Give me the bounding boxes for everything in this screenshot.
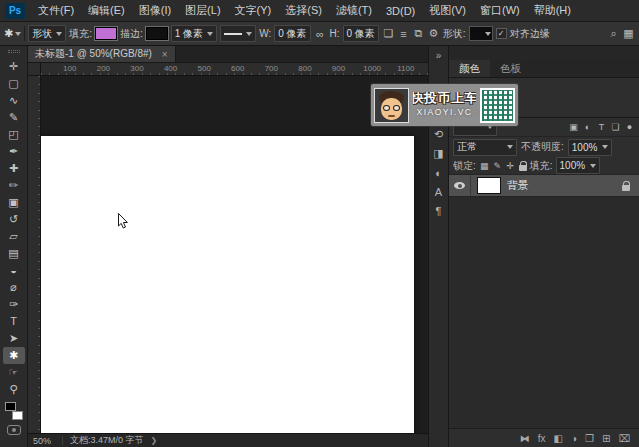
filter-type-layers-icon[interactable]: T [596, 122, 607, 132]
tab-color[interactable]: 颜色 [449, 60, 490, 77]
link-layers-icon[interactable]: ⧓ [520, 433, 530, 444]
chevron-down-icon [246, 32, 252, 36]
expand-panels-icon[interactable]: » [436, 49, 442, 63]
status-options-chevron-icon[interactable]: ❯ [151, 436, 158, 445]
path-operations-icon[interactable]: ❏ [382, 27, 395, 40]
workspace-switcher-icon[interactable]: ▦ [622, 27, 635, 40]
filter-shape-layers-icon[interactable]: ❏ [610, 122, 621, 132]
menu-item[interactable]: 文件(F) [31, 0, 81, 21]
align-edges-checkbox[interactable]: ✓ [496, 28, 507, 39]
menu-item[interactable]: 编辑(E) [81, 0, 132, 21]
layer-thumbnail[interactable] [477, 177, 501, 194]
hand-tool[interactable]: ☞ [3, 364, 25, 381]
foreground-color-swatch[interactable] [5, 402, 16, 411]
stroke-type-select[interactable] [220, 25, 256, 42]
quick-selection-tool[interactable]: ✎ [3, 109, 25, 126]
tab-swatches[interactable]: 色板 [490, 60, 531, 77]
path-selection-tool[interactable]: ➤ [3, 330, 25, 347]
blend-mode-select[interactable]: 正常 [453, 139, 517, 156]
layer-style-icon[interactable]: fx [538, 433, 546, 444]
paragraph-panel-icon[interactable]: ¶ [431, 201, 447, 220]
lock-position-icon[interactable]: ✛ [505, 161, 516, 171]
stroke-width-input[interactable]: 1 像素 [171, 25, 217, 42]
layer-mask-icon[interactable]: ◧ [554, 433, 563, 444]
vertical-ruler[interactable] [28, 76, 41, 433]
menu-item[interactable]: 窗口(W) [473, 0, 527, 21]
layer-group-icon[interactable]: ❐ [585, 433, 594, 444]
path-align-icon[interactable]: ≡ [397, 28, 410, 40]
eyedropper-tool[interactable]: ✒ [3, 143, 25, 160]
opacity-input[interactable]: 100% [568, 139, 612, 156]
type-tool[interactable]: T [3, 313, 25, 330]
menu-item[interactable]: 图层(L) [178, 0, 227, 21]
height-input[interactable]: 0 像素 [343, 25, 379, 42]
history-panel-icon[interactable]: ⟲ [431, 125, 447, 144]
tool-icon: ◰ [8, 129, 18, 140]
shape-tool[interactable]: ✱ [3, 347, 25, 364]
path-option-icons: ❏≡⧉⚙ [382, 27, 440, 40]
path-arrange-icon[interactable]: ⧉ [412, 27, 425, 40]
lock-transparent-icon[interactable]: ▦ [479, 161, 490, 171]
menu-item[interactable]: 选择(S) [278, 0, 329, 21]
layer-row-background[interactable]: 背景 [449, 175, 639, 197]
menu-item[interactable]: 滤镜(T) [329, 0, 379, 21]
menu-item[interactable]: 文字(Y) [228, 0, 279, 21]
quick-mask-button[interactable] [7, 425, 21, 435]
menu-bar: Ps 文件(F)编辑(E)图像(I)图层(L)文字(Y)选择(S)滤镜(T)3D… [0, 0, 639, 22]
fill-color-swatch[interactable] [95, 27, 117, 40]
gradient-tool[interactable]: ▤ [3, 245, 25, 262]
delete-layer-icon[interactable]: ⌧ [618, 433, 630, 444]
properties-panel-icon[interactable]: ◨ [431, 144, 447, 163]
menu-item[interactable]: 图像(I) [132, 0, 178, 21]
close-icon[interactable]: × [162, 49, 168, 60]
history-brush-tool[interactable]: ↺ [3, 211, 25, 228]
zoom-tool[interactable]: ⚲ [3, 381, 25, 398]
adjustment-layer-icon[interactable]: ◑ [571, 433, 577, 444]
menu-item[interactable]: 视图(V) [422, 0, 473, 21]
stroke-color-swatch[interactable] [146, 27, 168, 40]
lock-all-icon[interactable] [519, 165, 527, 171]
eraser-tool[interactable]: ▱ [3, 228, 25, 245]
opacity-label: 不透明度: [521, 140, 564, 154]
settings-gear-icon[interactable]: ⚙ [427, 27, 440, 40]
healing-brush-tool[interactable]: ✚ [3, 160, 25, 177]
filter-smart-objects-icon[interactable]: ● [624, 122, 635, 132]
adjustments-panel-icon[interactable]: ◐ [431, 163, 447, 182]
menu-item[interactable]: 3D(D) [379, 0, 422, 21]
ruler-tick-label: 600 [221, 63, 255, 75]
menu-item[interactable]: 帮助(H) [527, 0, 578, 21]
stroke-width-value: 1 像素 [175, 27, 203, 41]
link-dimensions-icon[interactable]: ∞ [314, 28, 327, 40]
lasso-tool[interactable]: ∿ [3, 92, 25, 109]
filter-adjustment-layers-icon[interactable]: ◐ [582, 122, 593, 132]
marquee-tool[interactable]: ▢ [3, 75, 25, 92]
pen-tool[interactable]: ✑ [3, 296, 25, 313]
background-color-swatch[interactable] [12, 411, 23, 420]
clone-stamp-tool[interactable]: ▣ [3, 194, 25, 211]
character-panel-icon[interactable]: A [431, 182, 447, 201]
width-input[interactable]: 0 像素 [274, 25, 310, 42]
tool-mode-select[interactable]: 形状 [28, 25, 66, 42]
toolbar-grip[interactable] [8, 50, 20, 53]
dodge-tool[interactable]: ⌀ [3, 279, 25, 296]
new-layer-icon[interactable]: ⊞ [602, 433, 610, 444]
move-tool[interactable]: ✛ [3, 58, 25, 75]
lock-paint-icon[interactable]: ✎ [492, 161, 503, 171]
tool-icon: ✎ [9, 112, 18, 123]
ruler-corner[interactable] [28, 63, 41, 76]
crop-tool[interactable]: ◰ [3, 126, 25, 143]
layer-visibility-toggle[interactable] [449, 175, 471, 196]
blur-tool[interactable]: ◒ [3, 262, 25, 279]
layer-fill-input[interactable]: 100% [556, 157, 600, 174]
tool-icon: ⌀ [10, 282, 17, 293]
zoom-level-field[interactable]: 50% [33, 436, 55, 446]
search-icon[interactable]: ⌕ [607, 27, 620, 40]
filter-pixel-layers-icon[interactable]: ▣ [568, 122, 579, 132]
horizontal-ruler[interactable]: 10020030040050060070080090010001100 [41, 63, 428, 76]
document-tab[interactable]: 未标题-1 @ 50%(RGB/8#) × [28, 46, 176, 62]
brush-tool[interactable]: ✏ [3, 177, 25, 194]
watermark-avatar [374, 88, 409, 123]
document-canvas[interactable] [38, 136, 414, 433]
tool-preset-picker[interactable]: ✱ [4, 27, 21, 40]
custom-shape-picker[interactable] [469, 26, 493, 41]
